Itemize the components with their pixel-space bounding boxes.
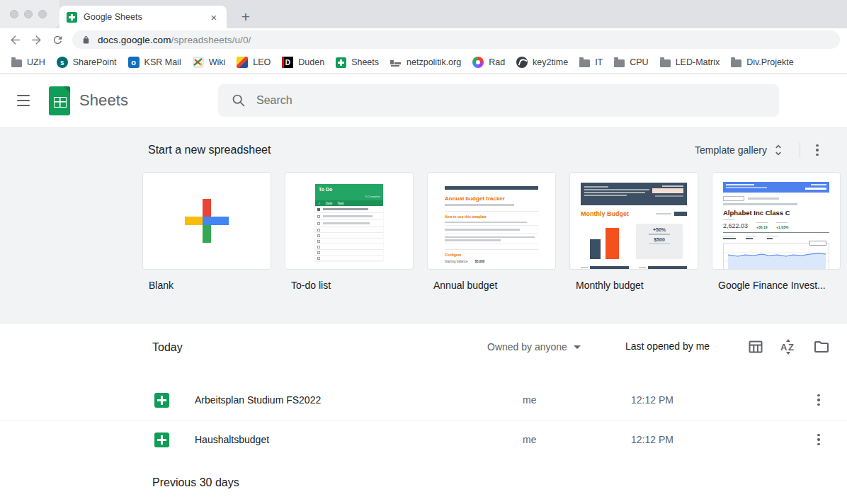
divider <box>800 142 800 158</box>
file-name: Haushaltsbudget <box>195 434 269 445</box>
google-finance-preview: Alphabet Inc Class C 2,622.03 +36.19 +1.… <box>723 182 829 270</box>
template-card-blank[interactable] <box>142 172 271 270</box>
close-window-button[interactable] <box>10 10 18 18</box>
bookmark-led-matrix[interactable]: LED-Matrix <box>654 54 726 71</box>
template-section-title: Start a new spreadsheet <box>148 144 271 156</box>
search-icon <box>231 93 246 108</box>
template-gallery-button[interactable]: Template gallery <box>689 139 791 161</box>
svg-text:A: A <box>780 342 788 353</box>
netzpolitik-icon <box>390 60 402 67</box>
template-card-monthly-budget[interactable]: Monthly Budget +50% $500 <box>569 172 698 270</box>
forward-arrow-icon <box>30 33 43 47</box>
file-row-arbeitsplan[interactable]: Arbeitsplan Studium FS2022 me 12:12 PM <box>0 381 847 420</box>
reload-button[interactable] <box>47 30 68 50</box>
minimize-window-button[interactable] <box>24 10 33 18</box>
product-name: Sheets <box>79 91 128 110</box>
template-gallery-label: Template gallery <box>695 144 767 156</box>
sheets-file-icon <box>154 393 169 408</box>
file-time: 12:12 PM <box>631 394 673 406</box>
template-label-annual-budget: Annual budget <box>427 280 556 291</box>
template-section: Start a new spreadsheet Template gallery… <box>0 127 847 324</box>
url-path: /spreadsheets/u/0/ <box>171 35 251 45</box>
bookmark-it[interactable]: IT <box>574 54 608 71</box>
stock-area-chart <box>723 243 829 270</box>
browser-toolbar: docs.google.com/spreadsheets/u/0/ <box>0 28 847 51</box>
bookmark-leo[interactable]: LEO <box>231 54 276 71</box>
tab-title: Google Sheets <box>84 12 208 22</box>
file-list-section: Today Owned by anyone Last opened by me … <box>0 324 847 504</box>
template-card-google-finance[interactable]: Alphabet Inc Class C 2,622.03 +36.19 +1.… <box>712 172 841 270</box>
file-owner: me <box>523 394 536 406</box>
folder-icon <box>579 59 590 67</box>
bookmarks-bar: UZH sSharePoint oKSR Mail Wiki LEO DDude… <box>0 51 847 74</box>
file-name: Arbeitsplan Studium FS2022 <box>195 394 321 406</box>
sheets-file-icon <box>154 433 169 447</box>
bookmark-ksr-mail[interactable]: oKSR Mail <box>123 54 187 71</box>
bookmark-sharepoint[interactable]: sSharePoint <box>51 54 123 71</box>
outlook-icon: o <box>128 57 140 68</box>
monthly-budget-preview: Monthly Budget +50% $500 <box>581 183 687 270</box>
budget-bar-chart <box>581 225 627 259</box>
bookmark-netzpolitik[interactable]: netzpolitik.org <box>385 54 467 71</box>
app-header: Sheets <box>0 74 847 127</box>
open-file-picker-button[interactable] <box>812 337 831 357</box>
bookmark-div-projekte[interactable]: Div.Projekte <box>725 54 799 71</box>
zoom-window-button[interactable] <box>38 10 47 18</box>
file-owner: me <box>523 434 536 445</box>
folder-icon <box>813 338 830 355</box>
wiki-icon <box>193 57 204 68</box>
bookmark-uzh[interactable]: UZH <box>6 54 51 71</box>
file-row-haushaltsbudget[interactable]: Haushaltsbudget me 12:12 PM <box>0 420 847 459</box>
google-plus-icon <box>185 199 229 243</box>
url-text: docs.google.com/spreadsheets/u/0/ <box>98 35 251 45</box>
search-input[interactable] <box>256 94 766 107</box>
sort-az-button[interactable]: A Z <box>778 337 798 357</box>
previous-30-days-heading: Previous 30 days <box>152 476 239 489</box>
rad-icon <box>472 57 484 68</box>
file-options-menu-button[interactable] <box>810 391 827 408</box>
close-tab-icon[interactable]: × <box>208 11 220 23</box>
bookmark-sheets[interactable]: Sheets <box>330 54 385 71</box>
template-card-annual-budget[interactable]: Annual budget tracker How to use this te… <box>427 172 556 270</box>
sort-az-icon: A Z <box>779 338 797 356</box>
forward-button[interactable] <box>25 30 47 50</box>
today-heading: Today <box>152 341 183 354</box>
sheets-logo-icon[interactable] <box>49 86 70 115</box>
key2time-icon <box>516 57 528 68</box>
folder-icon <box>614 59 625 67</box>
svg-text:Z: Z <box>788 342 794 353</box>
leo-icon <box>237 57 248 68</box>
reload-icon <box>52 34 64 46</box>
bookmark-duden[interactable]: DDuden <box>276 54 330 71</box>
grid-view-icon <box>747 338 764 355</box>
lock-icon <box>81 35 91 45</box>
file-options-menu-button[interactable] <box>810 431 827 448</box>
url-domain: docs.google.com <box>98 35 171 45</box>
template-label-google-finance: Google Finance Invest... <box>712 280 841 291</box>
back-button[interactable] <box>4 30 25 50</box>
browser-tab[interactable]: Google Sheets × <box>59 6 227 28</box>
todo-preview: To Do% Complete ✓DateTask <box>315 184 383 261</box>
bookmark-rad[interactable]: Rad <box>467 54 511 71</box>
bookmark-key2time[interactable]: key2time <box>511 54 574 71</box>
browser-tab-strip: Google Sheets × + <box>0 0 847 28</box>
sheets-favicon-icon <box>67 12 77 23</box>
search-bar[interactable] <box>218 84 779 117</box>
duden-icon: D <box>282 57 293 68</box>
main-menu-button[interactable] <box>15 92 32 109</box>
template-options-menu-button[interactable] <box>809 142 826 159</box>
owner-filter-dropdown[interactable]: Owned by anyone <box>487 340 581 354</box>
unfold-more-icon <box>771 143 785 157</box>
template-label-todo-list: To-do list <box>285 280 414 291</box>
new-tab-button[interactable]: + <box>235 6 256 28</box>
file-time: 12:12 PM <box>631 434 673 445</box>
folder-icon <box>11 59 22 67</box>
last-opened-sort-button[interactable]: Last opened by me <box>625 340 710 352</box>
bookmark-wiki[interactable]: Wiki <box>187 54 232 71</box>
bookmark-cpu[interactable]: CPU <box>608 54 654 71</box>
template-label-monthly-budget: Monthly budget <box>569 280 698 291</box>
grid-view-button[interactable] <box>746 337 766 357</box>
template-card-todo-list[interactable]: To Do% Complete ✓DateTask <box>285 172 414 270</box>
back-arrow-icon <box>8 33 22 47</box>
address-bar[interactable]: docs.google.com/spreadsheets/u/0/ <box>72 30 840 49</box>
